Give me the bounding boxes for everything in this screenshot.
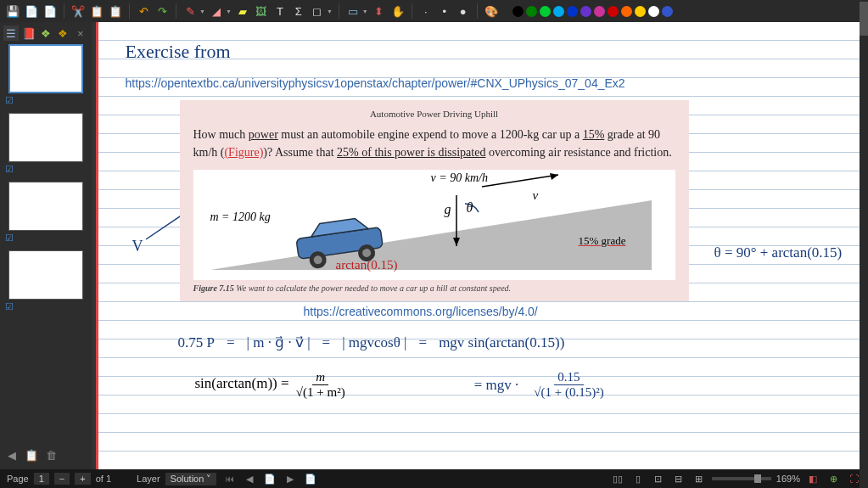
page-minus-button[interactable]: − (54, 473, 70, 485)
save-icon[interactable]: 💾 (5, 3, 20, 19)
page-plus-icon[interactable]: 📄 (42, 3, 58, 19)
thumbnail-2[interactable] (8, 113, 83, 162)
sb-prev-icon[interactable]: ◀ (242, 473, 257, 485)
text-T-icon[interactable]: T (272, 3, 288, 19)
problem-title: Automotive Power Driving Uphill (193, 109, 675, 119)
sb-tool1-icon[interactable]: ◧ (805, 473, 820, 485)
paste-icon[interactable]: 📋 (108, 3, 123, 19)
eraser-icon[interactable]: ◢ (209, 3, 224, 19)
select-icon[interactable]: ▭ (345, 3, 361, 19)
canvas-area[interactable]: Exercise from https://opentextbc.ca/univ… (92, 22, 868, 469)
vsplit-icon[interactable]: ⬍ (372, 3, 387, 19)
sb-first-icon[interactable]: ⏮ (221, 473, 237, 485)
vertical-scrollbar[interactable] (860, 22, 868, 469)
thumb-prev-icon[interactable]: ◀ (3, 447, 20, 463)
thin-icon[interactable]: · (418, 3, 434, 19)
thumb-visible-checkbox[interactable]: ☑ (5, 164, 88, 175)
sb-view4-icon[interactable]: ⊟ (671, 473, 686, 485)
svg-marker-8 (550, 173, 558, 180)
sb-layer-label: Layer (137, 474, 160, 484)
problem-inset: Automotive Power Driving Uphill How much… (180, 100, 689, 301)
diagram-v-vec: v (533, 188, 539, 203)
thumbnail-3[interactable] (8, 182, 83, 231)
palette-icon[interactable]: 🎨 (484, 3, 499, 19)
highlighter-icon[interactable]: ▰ (235, 3, 250, 19)
equation-line-2: sin(arctan(m)) = m√(1 + m²) = mgv · 0.15… (195, 370, 837, 400)
diagram-g-label: g (445, 202, 451, 217)
diagram-theta-label: θ (467, 200, 473, 216)
sb-view5-icon[interactable]: ⊞ (692, 473, 707, 485)
color-swatch-10[interactable] (648, 6, 659, 17)
hand-icon[interactable]: ✋ (390, 3, 406, 19)
sb-next-icon[interactable]: ▶ (283, 473, 298, 485)
color-swatch-6[interactable] (594, 6, 605, 17)
pen-icon[interactable]: ✎ (182, 3, 198, 19)
tab-layers2-icon[interactable]: ❖ (55, 25, 70, 41)
annot-theta-equation: θ = 90° + arctan(0.15) (714, 244, 843, 261)
shape-icon[interactable]: ◻ (310, 3, 325, 19)
figure-link[interactable]: (Figure) (224, 146, 263, 159)
redo-icon[interactable]: ↷ (154, 3, 170, 19)
sb-tool2-icon[interactable]: ⊕ (826, 473, 841, 485)
med-icon[interactable]: • (437, 3, 452, 19)
sb-view3-icon[interactable]: ⊡ (651, 473, 666, 485)
page-plus-button[interactable]: + (75, 473, 90, 485)
figure-caption: Figure 7.15 We want to calculate the pow… (193, 283, 675, 293)
tab-list-icon[interactable]: ☰ (3, 25, 19, 41)
problem-diagram: v = 90 km/h m = 1200 kg 15% grade g θ v … (193, 170, 675, 280)
page-canvas: Exercise from https://opentextbc.ca/univ… (96, 22, 865, 469)
thumb-visible-checkbox[interactable]: ☑ (5, 301, 88, 312)
page-number-field[interactable]: 1 (34, 473, 49, 485)
source-url: https://opentextbc.ca/universityphysicsv… (126, 76, 837, 90)
diagram-v-label: v = 90 km/h (431, 171, 488, 185)
copy-icon[interactable]: 📋 (89, 3, 104, 19)
sb-layer-del-icon[interactable]: 📄 (303, 473, 318, 485)
color-swatch-7[interactable] (608, 6, 619, 17)
tab-layers-icon[interactable]: ❖ (38, 25, 53, 41)
page-title-handwritten: Exercise from (126, 41, 837, 63)
equation-line-1: 0.75 P = | m · g⃗ · v⃗ | = | mgvcosθ | =… (178, 334, 837, 351)
color-swatch-2[interactable] (540, 6, 551, 17)
color-swatch-11[interactable] (662, 6, 673, 17)
zoom-slider[interactable] (712, 477, 771, 480)
thumbnail-4[interactable] (8, 250, 83, 300)
svg-line-7 (482, 175, 558, 187)
tab-close-icon[interactable]: × (73, 25, 88, 41)
undo-icon[interactable]: ↶ (136, 3, 151, 19)
layer-dropdown[interactable]: Solution ˅ (165, 473, 217, 485)
sb-page-label: Page (7, 474, 29, 484)
color-swatch-1[interactable] (526, 6, 537, 17)
image-icon[interactable]: 🖼 (254, 3, 269, 19)
problem-text: How much power must an automobile engine… (193, 126, 675, 161)
color-swatch-4[interactable] (567, 6, 578, 17)
thumb-delete-icon[interactable]: 🗑 (42, 447, 59, 463)
main-toolbar: 💾 📄 📄 ✂️ 📋 📋 ↶ ↷ ✎▼ ◢▼ ▰ 🖼 T Σ ◻▼ ▭▼ ⬍ ✋… (0, 0, 868, 22)
annot-arctan-red: arctan(0.15) (336, 258, 398, 272)
color-swatch-3[interactable] (553, 6, 564, 17)
thumbnail-sidebar: ☰ 📕 ❖ ❖ × ☑☑☑☑ ◀ 📋 🗑 (0, 22, 92, 469)
status-bar: Page 1 − + of 1 Layer Solution ˅ ⏮ ◀ 📄 ▶… (0, 469, 868, 488)
cut-icon[interactable]: ✂️ (70, 3, 86, 19)
color-swatch-0[interactable] (512, 6, 524, 17)
new-page-icon[interactable]: 📄 (24, 3, 39, 19)
thumb-copy-icon[interactable]: 📋 (23, 447, 40, 463)
sb-view2-icon[interactable]: ▯ (630, 473, 646, 485)
thumb-visible-checkbox[interactable]: ☑ (5, 233, 88, 244)
diagram-grade-label: 15% grade (579, 234, 626, 248)
color-swatch-9[interactable] (635, 6, 646, 17)
zoom-level: 169% (776, 474, 800, 484)
license-url: https://creativecommons.org/licenses/by/… (304, 305, 837, 318)
sb-page-of: of 1 (96, 474, 111, 484)
tab-journal-icon[interactable]: 📕 (20, 25, 36, 41)
thumbnail-1[interactable] (8, 44, 83, 93)
sb-layer-add-icon[interactable]: 📄 (262, 473, 277, 485)
sb-view1-icon[interactable]: ▯▯ (610, 473, 625, 485)
color-swatch-5[interactable] (580, 6, 591, 17)
sigma-icon[interactable]: Σ (291, 3, 306, 19)
color-swatch-8[interactable] (621, 6, 632, 17)
thick-icon[interactable]: ● (456, 3, 471, 19)
thumb-visible-checkbox[interactable]: ☑ (5, 95, 88, 106)
diagram-m-label: m = 1200 kg (210, 210, 271, 224)
